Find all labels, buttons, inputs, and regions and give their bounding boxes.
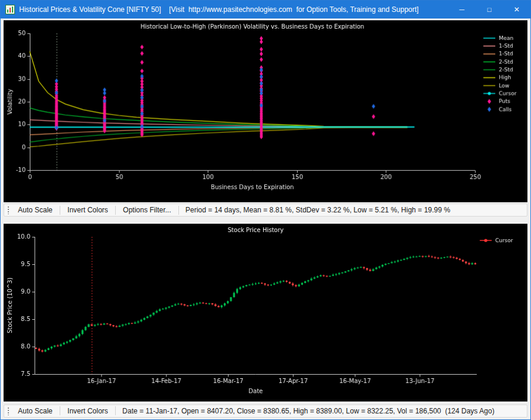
maximize-button[interactable]: □ [476, 1, 503, 18]
toolbar-separator [115, 406, 116, 415]
close-button[interactable]: ✕ [503, 1, 530, 18]
toolbar-separator [60, 206, 60, 215]
auto-scale-button-top[interactable]: Auto Scale [13, 205, 58, 215]
invert-colors-button-bottom[interactable]: Invert Colors [62, 406, 113, 416]
window-body: Auto Scale Invert Colors Options Filter.… [1, 18, 530, 418]
invert-colors-button-top[interactable]: Invert Colors [62, 205, 113, 215]
toolbar-separator [115, 206, 116, 215]
toolbar-separator [60, 406, 60, 415]
price-history-chart[interactable] [4, 224, 527, 401]
app-icon [5, 5, 15, 14]
window-controls: ─ □ ✕ [448, 1, 530, 18]
window-title: Historical Prices & Volatility Cone [NIF… [19, 5, 419, 14]
options-filter-button[interactable]: Options Filter... [118, 205, 177, 215]
toolbar-separator [178, 206, 179, 215]
app-window: Historical Prices & Volatility Cone [NIF… [0, 0, 531, 420]
volatility-cone-chart[interactable] [4, 20, 527, 202]
volatility-stats-text: Period = 14 days, Mean = 8.81 %, StdDev … [181, 206, 455, 214]
toolbar-grip-handle[interactable] [7, 206, 10, 214]
price-ohlc-text: Date = 11-Jan-17, Open = 8407.20, Close … [118, 407, 499, 415]
titlebar[interactable]: Historical Prices & Volatility Cone [NIF… [1, 1, 530, 18]
price-toolbar: Auto Scale Invert Colors Date = 11-Jan-1… [4, 404, 527, 418]
volatility-toolbar: Auto Scale Invert Colors Options Filter.… [4, 203, 527, 217]
panel-spacer [4, 217, 527, 224]
minimize-button[interactable]: ─ [448, 1, 476, 18]
toolbar-grip-handle[interactable] [7, 407, 10, 415]
auto-scale-button-bottom[interactable]: Auto Scale [13, 406, 58, 416]
